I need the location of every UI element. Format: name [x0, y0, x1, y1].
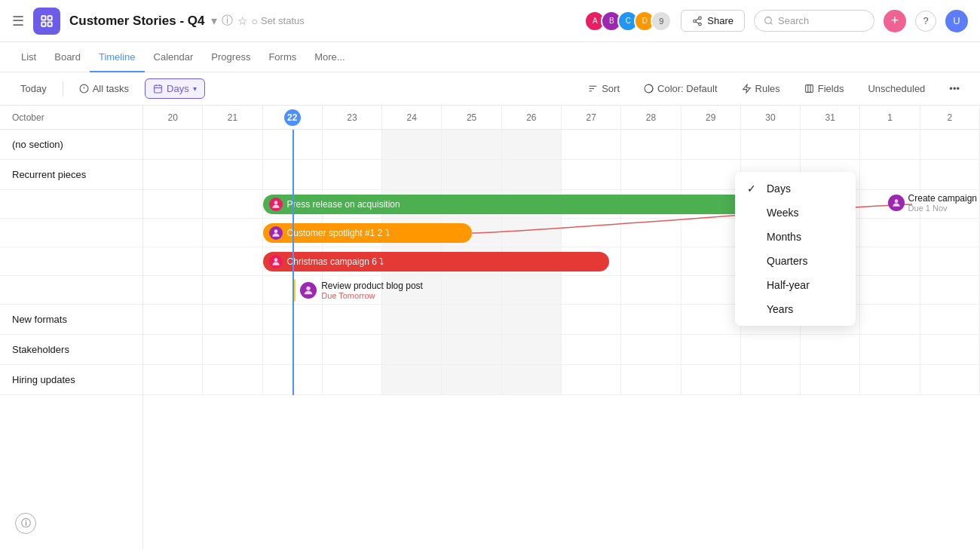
grid-cell-r1-c6	[502, 160, 562, 189]
date-cell-27: 27	[562, 106, 621, 129]
section-no-section: (no section)	[0, 130, 142, 160]
svg-line-8	[696, 18, 699, 20]
task-bar[interactable]: Press release on acquisition	[263, 195, 771, 214]
user-avatar[interactable]: U	[945, 10, 968, 32]
grid-cell-r7-c0	[143, 335, 203, 364]
dropdown-item-days[interactable]: ✓ Days	[735, 176, 856, 201]
review-task-due: Due Tomorrow	[321, 291, 423, 300]
grid-cell-r6-c2	[263, 305, 323, 334]
grid-cell-r5-c1	[203, 276, 262, 304]
grid-cell-r1-c13	[920, 160, 980, 189]
grid-cell-r2-c1	[203, 190, 262, 218]
svg-rect-14	[155, 85, 162, 93]
grid-cell-r5-c7	[562, 276, 621, 304]
grid-cell-r1-c12	[860, 160, 920, 189]
task-bar-label: Customer spotlight #1 2 ⤵	[287, 228, 390, 238]
create-campaign-title: Create campaign	[908, 193, 977, 204]
tab-timeline[interactable]: Timeline	[90, 42, 145, 72]
set-status-button[interactable]: ○ Set status	[252, 15, 305, 27]
fields-button[interactable]: Fields	[796, 78, 853, 99]
svg-line-10	[770, 23, 772, 24]
svg-rect-3	[48, 22, 52, 26]
tab-more[interactable]: More...	[305, 42, 354, 72]
grid-cell-r0-c6	[502, 130, 562, 159]
grid-cell-r8-c3	[323, 365, 382, 394]
svg-rect-0	[41, 16, 45, 20]
priority-indicator	[292, 279, 296, 302]
days-dropdown-menu: ✓ Days Weeks Months Quarters Half-year	[735, 172, 856, 326]
review-blog-task[interactable]: Review product blog postDue Tomorrow	[292, 279, 423, 302]
grid-cell-r8-c11	[801, 365, 860, 394]
create-campaign-task[interactable]: Create campaignDue 1 Nov	[888, 193, 977, 213]
grid-cell-r1-c7	[562, 160, 621, 189]
grid-cell-r5-c0	[143, 276, 203, 304]
dropdown-item-weeks[interactable]: Weeks	[735, 201, 856, 225]
dropdown-item-years[interactable]: Years	[735, 297, 856, 321]
svg-point-28	[307, 287, 311, 290]
more-options-button[interactable]: •••	[941, 78, 968, 99]
grid-cell-r0-c11	[801, 130, 860, 159]
grid-cell-r3-c13	[920, 219, 980, 247]
grid-cell-r8-c9	[681, 365, 741, 394]
tab-list[interactable]: List	[12, 42, 45, 72]
task-row-press	[0, 190, 142, 219]
add-button[interactable]: +	[884, 10, 906, 32]
grid-cell-r0-c10	[741, 130, 801, 159]
hamburger-icon[interactable]: ☰	[12, 13, 24, 29]
grid-cell-r7-c7	[562, 335, 621, 364]
tab-progress[interactable]: Progress	[202, 42, 259, 72]
svg-rect-1	[48, 16, 52, 20]
rules-button[interactable]: Rules	[733, 78, 789, 99]
grid-row-0	[143, 130, 980, 160]
search-box[interactable]: Search	[754, 10, 874, 32]
grid-cell-r5-c9	[681, 276, 741, 304]
review-task-title: Review product blog post	[321, 281, 423, 291]
review-task-avatar	[300, 282, 317, 299]
grid-cell-r7-c9	[681, 335, 741, 364]
tab-forms[interactable]: Forms	[259, 42, 305, 72]
dropdown-item-quarters[interactable]: Quarters	[735, 249, 856, 273]
check-icon: ✓	[747, 182, 759, 195]
svg-point-5	[694, 20, 697, 23]
help-bottom-icon[interactable]: ⓘ	[15, 513, 36, 534]
grid-cell-r0-c9	[681, 130, 741, 159]
grid-cell-r4-c12	[860, 247, 920, 275]
share-button[interactable]: Share	[681, 10, 745, 32]
sort-button[interactable]: Sort	[580, 78, 628, 99]
unscheduled-button[interactable]: Unscheduled	[859, 78, 933, 99]
dropdown-item-half-year[interactable]: Half-year	[735, 273, 856, 297]
grid-cell-r0-c3	[323, 130, 382, 159]
svg-point-9	[765, 17, 772, 24]
help-icon[interactable]: ?	[915, 11, 936, 32]
create-campaign-due: Due 1 Nov	[908, 204, 977, 213]
dropdown-item-months[interactable]: Months	[735, 225, 856, 249]
task-bar[interactable]: Customer spotlight #1 2 ⤵	[263, 223, 473, 243]
grid-cell-r4-c8	[621, 247, 681, 275]
grid-cell-r8-c10	[741, 365, 801, 394]
nav-right: A B C D 9 Share Search + ? U	[584, 10, 968, 32]
grid-cell-r6-c1	[203, 305, 262, 334]
grid-cell-r0-c8	[621, 130, 681, 159]
all-tasks-button[interactable]: All tasks	[71, 78, 137, 99]
grid-cell-r6-c13	[920, 305, 980, 334]
tab-board[interactable]: Board	[45, 42, 90, 72]
star-icon[interactable]: ☆	[237, 14, 247, 28]
info-icon[interactable]: ⓘ	[222, 14, 233, 28]
grid-cell-r3-c0	[143, 219, 203, 247]
grid-cell-r6-c0	[143, 305, 203, 334]
grid-cell-r6-c7	[562, 305, 621, 334]
grid-cell-r7-c13	[920, 335, 980, 364]
grid-cell-r7-c5	[442, 335, 501, 364]
svg-line-7	[696, 21, 699, 23]
days-button[interactable]: Days ▾	[145, 78, 205, 99]
tab-calendar[interactable]: Calendar	[145, 42, 203, 72]
task-bar[interactable]: Christmas campaign 6 ⤵	[263, 252, 610, 271]
toolbar: Today All tasks Days ▾ Sort Color: Defau…	[0, 72, 980, 106]
grid-cell-r8-c2	[263, 365, 323, 394]
color-button[interactable]: Color: Default	[635, 78, 725, 99]
today-button[interactable]: Today	[12, 78, 55, 99]
sections-col: October (no section) Recurrent pieces Ne…	[0, 106, 143, 549]
grid-cell-r7-c3	[323, 335, 382, 364]
grid-cell-r8-c5	[442, 365, 501, 394]
dropdown-arrow-icon[interactable]: ▾	[211, 14, 217, 28]
